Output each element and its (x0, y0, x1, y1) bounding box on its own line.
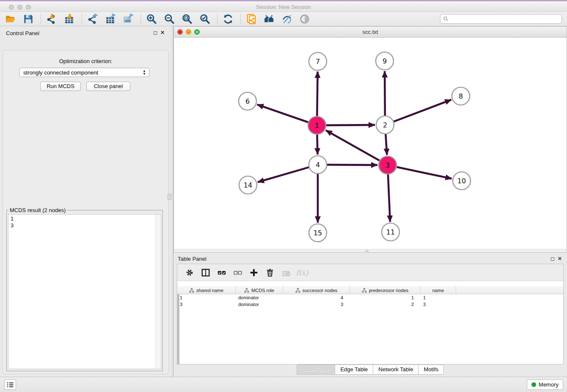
window-title: Session: New Session (0, 4, 567, 10)
toolbar-separator (82, 14, 82, 25)
search-box[interactable] (440, 14, 562, 24)
run-mcds-button[interactable]: Run MCDS (40, 82, 81, 91)
column-header-successor-nodes[interactable]: successor nodes (283, 286, 350, 294)
column-header-predecessor-nodes[interactable]: predecessor nodes (350, 286, 421, 294)
cell-MCDS-role[interactable]: dominator (236, 294, 283, 301)
import-table-button[interactable] (63, 13, 76, 25)
criterion-select[interactable]: strongly connected component ▲▼ (19, 68, 149, 77)
select-all-button[interactable] (215, 267, 228, 279)
import-network-button[interactable] (45, 13, 58, 25)
first-neighbors-button[interactable] (263, 13, 275, 25)
export-table-button[interactable] (104, 13, 117, 25)
delete-column-icon (265, 268, 275, 277)
optimization-criterion-label: Optimization criterion: (3, 58, 168, 64)
cell-MCDS-role[interactable]: dominator (236, 301, 283, 308)
graph-edge-2-9[interactable] (385, 71, 385, 116)
cell-shared-name[interactable]: 3 (177, 301, 236, 308)
control-panel-header: Control Panel ◻ ✕ (0, 26, 171, 39)
graph-node-label-7: 7 (316, 58, 320, 66)
search-icon (443, 16, 449, 22)
column-header-MCDS-role[interactable]: MCDS role (236, 286, 283, 294)
deselect-all-button[interactable] (231, 267, 244, 279)
graph-edge-1-7[interactable] (317, 72, 317, 116)
graph-edge-3-10[interactable] (397, 167, 452, 179)
add-column-button[interactable] (248, 267, 260, 279)
delete-column-button[interactable] (264, 267, 276, 279)
graph-node-label-15: 15 (314, 229, 322, 237)
column-header-name[interactable]: name (421, 286, 456, 294)
mcds-result-title: MCDS result (2 nodes) (8, 207, 67, 213)
toolbar-separator (217, 14, 217, 25)
cell-successor-nodes[interactable]: 3 (283, 301, 350, 308)
export-image-icon (123, 14, 134, 25)
graph-edge-4-3[interactable] (327, 165, 377, 165)
toggle-panel-button[interactable] (199, 267, 212, 279)
settings-button[interactable] (183, 267, 196, 279)
show-all-button[interactable] (298, 13, 311, 25)
column-tree-icon (362, 288, 367, 293)
status-bar: Memory (0, 377, 567, 392)
graph-edge-1-4[interactable] (317, 135, 317, 155)
close-panel-icon[interactable]: ✕ (160, 30, 165, 36)
hide-selected-button[interactable] (281, 13, 293, 25)
column-header-shared-name[interactable]: shared name (177, 286, 236, 294)
zoom-selected-icon (199, 14, 210, 25)
new-network-from-selection-button[interactable] (245, 13, 258, 25)
graph-edge-2-8[interactable] (394, 100, 451, 122)
zoom-in-button[interactable] (145, 13, 158, 25)
close-panel-button[interactable]: Close panel (86, 82, 130, 91)
export-image-button[interactable] (122, 13, 135, 25)
graph-edge-2-3[interactable] (385, 134, 387, 155)
tab-edge-table[interactable]: Edge Table (335, 364, 373, 375)
cell-predecessor-nodes[interactable]: 1 (350, 294, 421, 301)
table-row-1: 1dominator411 (177, 294, 563, 301)
result-scrollbar[interactable] (155, 215, 161, 369)
graph-edge-4-14[interactable] (258, 167, 309, 182)
tab-motifs[interactable]: Motifs (418, 364, 444, 375)
save-session-button[interactable] (22, 13, 35, 25)
graph-edge-1-6[interactable] (257, 105, 308, 122)
toggle-panel-icon (201, 268, 210, 277)
float-panel-icon[interactable]: ◻ (152, 30, 158, 36)
search-input[interactable] (451, 16, 561, 22)
network-window-titlebar[interactable]: ✕ − + scc.txt (174, 27, 567, 38)
table-float-panel-icon[interactable]: ◻ (550, 256, 556, 262)
zoom-selected-button[interactable] (198, 13, 211, 25)
network-view-window: ✕ − + scc.txt 1234678910111415 (173, 26, 567, 253)
graph-node-label-4: 4 (316, 161, 320, 169)
tab-node-table[interactable]: Node Table (297, 364, 336, 375)
save-session-icon (23, 14, 34, 25)
memory-button[interactable]: Memory (527, 379, 563, 390)
table-close-panel-icon[interactable]: ✕ (557, 256, 563, 262)
refresh-view-button[interactable] (222, 13, 234, 25)
network-canvas[interactable]: 1234678910111415 (174, 38, 567, 249)
export-network-button[interactable] (86, 13, 99, 25)
network-title: scc.txt (174, 29, 567, 35)
network-resize-grip[interactable] (365, 250, 369, 252)
mcds-result-item[interactable]: 1 (11, 215, 161, 222)
mcds-result-item[interactable]: 3 (11, 222, 161, 229)
divider-grip[interactable] (168, 194, 171, 200)
toolbar-separator (140, 14, 141, 25)
graph-node-label-9: 9 (383, 57, 387, 65)
refresh-view-icon (223, 14, 234, 25)
main-toolbar (0, 12, 567, 26)
cell-name[interactable]: 3 (421, 301, 456, 308)
select-all-icon (217, 268, 226, 277)
tab-network-table[interactable]: Network Table (373, 364, 418, 375)
task-history-button[interactable] (4, 379, 16, 390)
cell-name[interactable]: 1 (421, 294, 456, 301)
cell-predecessor-nodes[interactable]: 2 (350, 301, 421, 308)
graph-edge-3-1[interactable] (326, 130, 380, 160)
memory-label: Memory (539, 381, 559, 388)
open-session-button[interactable] (4, 13, 17, 25)
cell-shared-name[interactable]: 1 (177, 294, 236, 301)
graph-edge-1-2[interactable] (326, 125, 375, 125)
cell-successor-nodes[interactable]: 4 (283, 294, 350, 301)
first-neighbors-icon (264, 14, 275, 25)
graph-edge-3-11[interactable] (388, 174, 390, 222)
graph-node-label-6: 6 (245, 97, 250, 105)
mcds-result-list[interactable]: 13 (8, 214, 161, 369)
zoom-fit-content-button[interactable] (181, 13, 193, 25)
zoom-out-button[interactable] (163, 13, 176, 25)
